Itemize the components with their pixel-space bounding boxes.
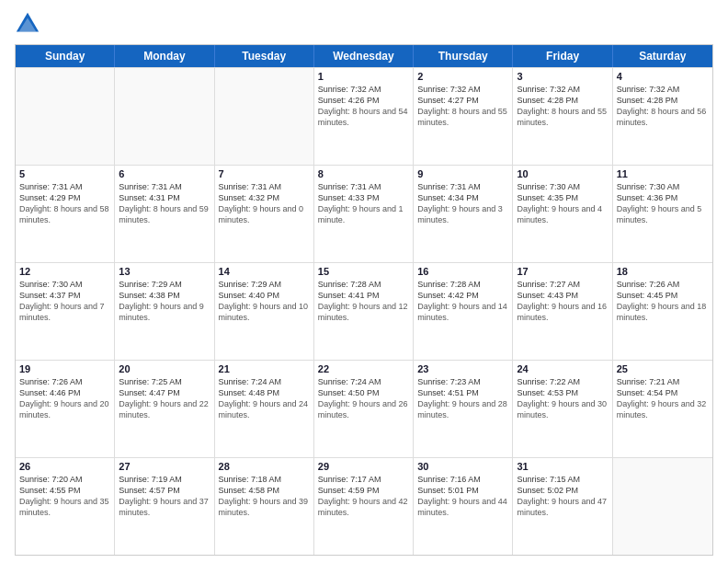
calendar-cell: 17 Sunrise: 7:27 AM Sunset: 4:43 PM Dayl… [513,263,612,360]
calendar-cell: 13 Sunrise: 7:29 AM Sunset: 4:38 PM Dayl… [115,263,214,360]
weekday-header: Wednesday [314,45,414,67]
calendar-header: SundayMondayTuesdayWednesdayThursdayFrid… [16,45,712,67]
sunrise-text: Sunrise: 7:26 AM [19,376,110,387]
day-number: 24 [517,363,608,374]
sunset-text: Sunset: 4:26 PM [318,95,409,106]
sunrise-text: Sunrise: 7:25 AM [119,376,210,387]
sunrise-text: Sunrise: 7:31 AM [19,181,110,192]
day-number: 22 [318,363,409,374]
sunset-text: Sunset: 4:53 PM [517,387,608,398]
daylight-text: Daylight: 9 hours and 4 minutes. [517,203,608,225]
calendar-cell: 19 Sunrise: 7:26 AM Sunset: 4:46 PM Dayl… [16,361,115,457]
sunrise-text: Sunrise: 7:27 AM [517,279,608,290]
calendar-cell: 21 Sunrise: 7:24 AM Sunset: 4:48 PM Dayl… [215,361,314,457]
sunrise-text: Sunrise: 7:32 AM [617,84,709,95]
sunrise-text: Sunrise: 7:16 AM [417,474,508,485]
calendar-cell: 15 Sunrise: 7:28 AM Sunset: 4:41 PM Dayl… [314,263,414,360]
sunrise-text: Sunrise: 7:17 AM [318,474,409,485]
calendar-cell: 22 Sunrise: 7:24 AM Sunset: 4:50 PM Dayl… [314,361,414,457]
sunset-text: Sunset: 4:41 PM [318,290,409,301]
sunset-text: Sunset: 4:50 PM [318,387,409,398]
calendar-cell: 12 Sunrise: 7:30 AM Sunset: 4:37 PM Dayl… [16,263,115,360]
daylight-text: Daylight: 9 hours and 39 minutes. [219,496,310,518]
sunset-text: Sunset: 4:29 PM [19,192,110,203]
calendar-row: 26 Sunrise: 7:20 AM Sunset: 4:55 PM Dayl… [16,457,712,555]
daylight-text: Daylight: 9 hours and 10 minutes. [219,301,310,323]
daylight-text: Daylight: 8 hours and 55 minutes. [517,106,608,128]
sunrise-text: Sunrise: 7:23 AM [417,376,508,387]
day-number: 16 [417,266,508,277]
day-number: 7 [219,168,310,179]
calendar-cell: 1 Sunrise: 7:32 AM Sunset: 4:26 PM Dayli… [314,68,414,165]
daylight-text: Daylight: 9 hours and 3 minutes. [417,203,508,225]
calendar-cell: 5 Sunrise: 7:31 AM Sunset: 4:29 PM Dayli… [16,166,115,262]
daylight-text: Daylight: 9 hours and 7 minutes. [19,301,110,323]
calendar-cell: 16 Sunrise: 7:28 AM Sunset: 4:42 PM Dayl… [414,263,513,360]
day-number: 6 [119,168,210,179]
sunrise-text: Sunrise: 7:32 AM [417,84,508,95]
day-number: 3 [517,71,608,82]
sunset-text: Sunset: 4:37 PM [19,290,110,301]
daylight-text: Daylight: 9 hours and 9 minutes. [119,301,210,323]
sunrise-text: Sunrise: 7:20 AM [19,474,110,485]
sunrise-text: Sunrise: 7:18 AM [219,474,310,485]
sunset-text: Sunset: 5:01 PM [417,485,508,496]
daylight-text: Daylight: 9 hours and 30 minutes. [517,398,608,420]
sunset-text: Sunset: 4:46 PM [19,387,110,398]
weekday-header: Friday [513,45,612,67]
day-number: 18 [617,266,709,277]
daylight-text: Daylight: 9 hours and 1 minute. [318,203,409,225]
day-number: 20 [119,363,210,374]
daylight-text: Daylight: 8 hours and 56 minutes. [617,106,709,128]
daylight-text: Daylight: 9 hours and 16 minutes. [517,301,608,323]
sunset-text: Sunset: 4:33 PM [318,192,409,203]
day-number: 30 [417,461,508,472]
calendar-cell: 18 Sunrise: 7:26 AM Sunset: 4:45 PM Dayl… [613,263,712,360]
logo-icon [15,11,40,37]
sunrise-text: Sunrise: 7:19 AM [119,474,210,485]
daylight-text: Daylight: 9 hours and 22 minutes. [119,398,210,420]
calendar-cell: 8 Sunrise: 7:31 AM Sunset: 4:33 PM Dayli… [314,166,414,262]
sunset-text: Sunset: 4:28 PM [517,95,608,106]
sunset-text: Sunset: 4:54 PM [617,387,709,398]
calendar-cell [16,68,115,165]
calendar-cell [115,68,214,165]
sunrise-text: Sunrise: 7:31 AM [119,181,210,192]
sunset-text: Sunset: 4:58 PM [219,485,310,496]
daylight-text: Daylight: 9 hours and 28 minutes. [417,398,508,420]
sunset-text: Sunset: 4:55 PM [19,485,110,496]
calendar-cell: 28 Sunrise: 7:18 AM Sunset: 4:58 PM Dayl… [215,458,314,555]
daylight-text: Daylight: 9 hours and 32 minutes. [617,398,709,420]
day-number: 21 [219,363,310,374]
daylight-text: Daylight: 9 hours and 44 minutes. [417,496,508,518]
sunset-text: Sunset: 4:36 PM [617,192,709,203]
day-number: 10 [517,168,608,179]
sunrise-text: Sunrise: 7:28 AM [318,279,409,290]
sunset-text: Sunset: 5:02 PM [517,485,608,496]
day-number: 17 [517,266,608,277]
calendar: SundayMondayTuesdayWednesdayThursdayFrid… [15,44,713,556]
weekday-header: Sunday [16,45,115,67]
calendar-cell: 7 Sunrise: 7:31 AM Sunset: 4:32 PM Dayli… [215,166,314,262]
day-number: 25 [617,363,709,374]
calendar-cell: 3 Sunrise: 7:32 AM Sunset: 4:28 PM Dayli… [513,68,612,165]
calendar-cell: 2 Sunrise: 7:32 AM Sunset: 4:27 PM Dayli… [414,68,513,165]
sunset-text: Sunset: 4:38 PM [119,290,210,301]
daylight-text: Daylight: 9 hours and 0 minutes. [219,203,310,225]
sunrise-text: Sunrise: 7:26 AM [617,279,709,290]
sunrise-text: Sunrise: 7:15 AM [517,474,608,485]
sunrise-text: Sunrise: 7:31 AM [417,181,508,192]
sunrise-text: Sunrise: 7:28 AM [417,279,508,290]
page: SundayMondayTuesdayWednesdayThursdayFrid… [0,0,728,563]
sunset-text: Sunset: 4:34 PM [417,192,508,203]
day-number: 29 [318,461,409,472]
calendar-cell: 30 Sunrise: 7:16 AM Sunset: 5:01 PM Dayl… [414,458,513,555]
day-number: 27 [119,461,210,472]
daylight-text: Daylight: 8 hours and 59 minutes. [119,203,210,225]
day-number: 1 [318,71,409,82]
sunset-text: Sunset: 4:51 PM [417,387,508,398]
calendar-cell: 4 Sunrise: 7:32 AM Sunset: 4:28 PM Dayli… [613,68,712,165]
sunrise-text: Sunrise: 7:30 AM [617,181,709,192]
calendar-cell: 26 Sunrise: 7:20 AM Sunset: 4:55 PM Dayl… [16,458,115,555]
calendar-cell: 9 Sunrise: 7:31 AM Sunset: 4:34 PM Dayli… [414,166,513,262]
